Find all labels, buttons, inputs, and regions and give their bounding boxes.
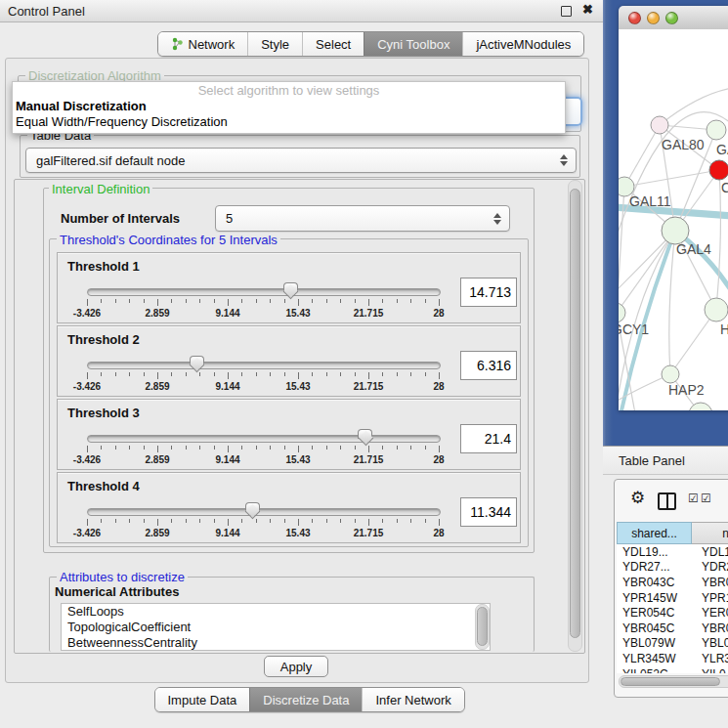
threshold-slider-track[interactable] [87, 435, 441, 443]
table-cell[interactable]: YBR043C [617, 576, 692, 589]
threshold-slider-thumb[interactable] [358, 429, 372, 446]
numerical-attributes-list[interactable]: SelfLoopsTopologicalCoefficientBetweenne… [61, 603, 491, 651]
slider-tick [382, 519, 383, 523]
table-column-header[interactable]: shared... [617, 522, 692, 544]
table-cell[interactable]: YBR045C [617, 621, 692, 635]
network-node-hap2[interactable] [662, 365, 679, 383]
network-edge[interactable] [669, 231, 675, 374]
table-cell[interactable]: YBL079W [617, 636, 692, 650]
slider-tick [284, 372, 285, 376]
network-edge[interactable] [619, 231, 675, 410]
attribute-list-item[interactable]: TopologicalCoefficient [62, 620, 490, 635]
number-of-intervals-combobox[interactable]: 5 [215, 205, 510, 232]
close-light[interactable] [628, 12, 641, 24]
table-cell[interactable]: YBL0 [692, 636, 728, 650]
tab-discretize-data[interactable]: Discretize Data [249, 688, 362, 711]
zoom-light[interactable] [665, 12, 678, 24]
table-cell[interactable]: YER054C [617, 606, 692, 620]
threshold-value-field[interactable]: 6.316 [460, 351, 517, 380]
tab-cyni-toolbox[interactable]: Cyni Toolbox [364, 32, 462, 56]
tab-impute-data[interactable]: Impute Data [155, 688, 250, 711]
table-cell[interactable]: YPR1 [692, 591, 728, 605]
tab-style[interactable]: Style [247, 32, 302, 56]
dropdown-option-manual[interactable]: Manual Discretization [13, 99, 565, 114]
float-window-icon[interactable] [561, 6, 572, 17]
slider-tick [340, 372, 341, 376]
table-row[interactable]: YBR045CYBR0 [617, 621, 728, 636]
attribute-list-item[interactable]: BetweennessCentrality [62, 635, 490, 651]
table-cell[interactable]: YIL052C [617, 667, 692, 673]
network-node-h[interactable] [705, 298, 728, 321]
minimize-light[interactable] [647, 12, 660, 24]
table-hscrollbar-thumb[interactable] [621, 677, 720, 686]
settings-scrollbar-thumb[interactable] [570, 189, 580, 638]
table-row[interactable]: YPR145WYPR1 [617, 590, 728, 606]
number-of-intervals-label: Number of Intervals [61, 211, 180, 226]
network-node-label: HAP2 [668, 382, 705, 398]
threshold-slider-track[interactable] [87, 288, 441, 296]
attribute-list-item[interactable]: SelfLoops [62, 604, 490, 620]
table-cell[interactable]: YPR145W [617, 591, 692, 605]
table-row[interactable]: YER054CYER0 [617, 605, 728, 621]
threshold-value-field[interactable]: 11.344 [460, 497, 517, 527]
table-cell[interactable]: YDL19... [617, 545, 692, 559]
checkbox-icon[interactable]: ☑ [701, 492, 711, 504]
network-node-gal4[interactable] [662, 217, 689, 244]
tab-jactivemnodules[interactable]: jActiveMNodules [462, 32, 583, 56]
slider-tick [425, 519, 426, 523]
settings-scrollbar[interactable] [568, 180, 582, 652]
tab-network[interactable]: Network [158, 32, 248, 56]
threshold-value-field[interactable]: 14.713 [460, 278, 517, 307]
table-cell[interactable]: YBR0 [692, 576, 728, 589]
split-pane-icon[interactable] [658, 492, 676, 510]
gear-icon[interactable]: ⚙ [630, 490, 645, 506]
network-edge[interactable] [624, 125, 660, 187]
table-cell[interactable]: YDL1 [692, 545, 728, 559]
attributes-scrollbar-thumb[interactable] [477, 607, 488, 646]
table-hscrollbar[interactable] [619, 675, 728, 688]
network-node-c[interactable] [709, 160, 728, 180]
table-cell[interactable]: YLR345W [617, 652, 692, 665]
network-edge[interactable] [660, 88, 728, 125]
table-cell[interactable]: YIL0 [692, 667, 726, 673]
table-column-header[interactable]: n... [692, 522, 728, 544]
table-cell[interactable]: YER0 [692, 606, 728, 620]
table-row[interactable]: YLR345WYLR3 [617, 651, 728, 666]
slider-tick [256, 519, 257, 523]
network-edge[interactable] [619, 231, 675, 313]
table-row[interactable]: YDR27...YDR2 [617, 560, 728, 576]
table-row[interactable]: YDL19...YDL1 [617, 544, 728, 560]
table-row[interactable]: YIL052CYIL0 [617, 666, 728, 673]
table-row[interactable]: YBL079WYBL0 [617, 636, 728, 652]
slider-tick [129, 446, 130, 450]
slider-tick-label: 28 [433, 308, 444, 319]
table-cell[interactable]: YLR3 [692, 652, 728, 665]
network-edge[interactable] [624, 170, 719, 187]
threshold-value-field[interactable]: 21.4 [460, 424, 517, 453]
tab-infer-network[interactable]: Infer Network [362, 688, 463, 711]
attributes-scrollbar[interactable] [475, 604, 490, 650]
slider-tick [171, 299, 172, 303]
table-data-combobox[interactable]: galFiltered.sif default node [25, 148, 577, 173]
table-cell[interactable]: YDR2 [692, 560, 728, 574]
table-panel-titlebar: Table Panel [603, 446, 728, 475]
network-node-gcy1[interactable] [619, 303, 625, 322]
threshold-slider-thumb[interactable] [190, 356, 204, 372]
checkbox-icon[interactable]: ☑ [688, 492, 699, 504]
network-node-gal80[interactable] [651, 116, 668, 134]
tab-select[interactable]: Select [302, 32, 364, 56]
network-edge[interactable] [716, 170, 720, 310]
slider-tick [397, 372, 398, 376]
close-icon[interactable]: ✖ [582, 2, 593, 17]
threshold-slider-track[interactable] [87, 362, 441, 369]
network-canvas[interactable]: GAL80GACGAL11GAL4GCY1HHAP2 [619, 29, 728, 410]
table-row[interactable]: YBR043CYBR0 [617, 575, 728, 590]
table-cell[interactable]: YBR0 [692, 621, 728, 635]
apply-button[interactable]: Apply [264, 656, 328, 677]
threshold-slider-track[interactable] [87, 508, 441, 516]
dropdown-option-equal-width[interactable]: Equal Width/Frequency Discretization [13, 114, 565, 130]
network-node-ga[interactable] [707, 120, 726, 140]
table-cell[interactable]: YDR27... [617, 560, 692, 574]
threshold-slider-thumb[interactable] [245, 502, 260, 519]
threshold-slider-thumb[interactable] [283, 282, 298, 299]
